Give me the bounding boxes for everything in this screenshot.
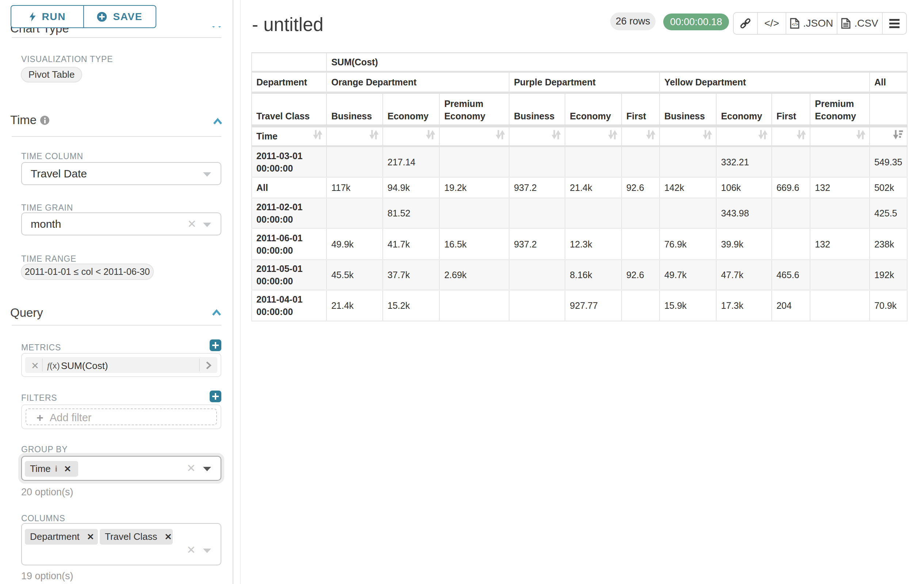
svg-text:</>: </>: [792, 22, 798, 27]
